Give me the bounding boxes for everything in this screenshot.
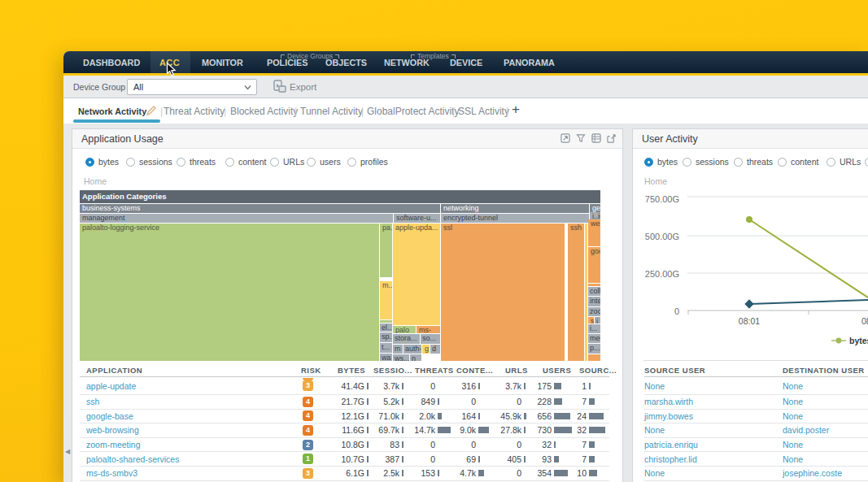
svg-text:250.00G: 250.00G [645,269,679,279]
svg-text:500.00G: 500.00G [645,232,679,241]
svg-text:08: 08 [861,316,868,326]
svg-text:750.00G: 750.00G [645,194,679,204]
svg-text:bytes: bytes [849,336,868,345]
svg-text:0: 0 [674,306,679,316]
svg-text:08:01: 08:01 [739,316,760,326]
